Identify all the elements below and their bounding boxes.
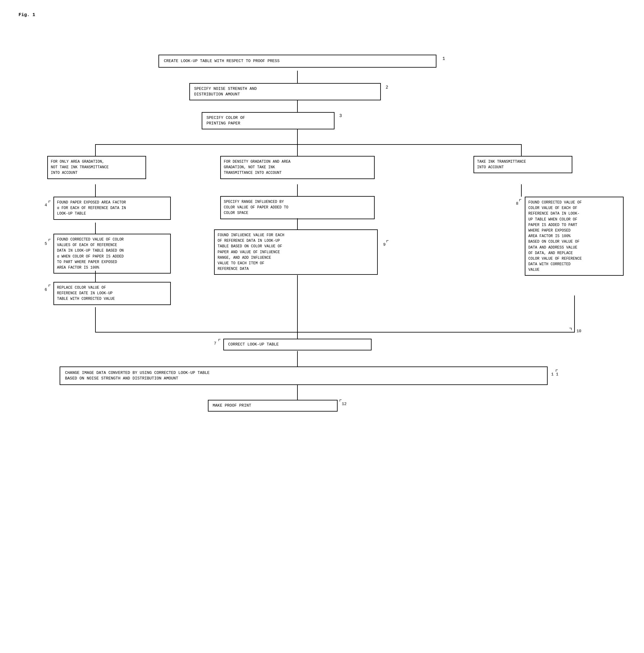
- step12-box: MAKE PROOF PRINT: [208, 400, 338, 412]
- step6-label: REPLACE COLOR VALUE OF REFERENCE DATE IN…: [57, 286, 115, 301]
- step-mid5-box: FOUND INFLUENCE VALUE FOR EACH OF REFERE…: [214, 229, 378, 275]
- num12-label: 12: [342, 402, 347, 406]
- right-header-label: TAKE INK TRANSMITTANCE INTO ACCOUNT: [477, 160, 526, 169]
- left-header-box: FOR ONLY AREA GRADATION, NOT TAKE INK TR…: [47, 156, 146, 179]
- step3-label: SPECIFY COLOR OF PRINTING PAPER: [207, 116, 245, 126]
- num7-label: 7: [214, 341, 216, 346]
- step7-box: CORRECT LOOK-UP TABLE: [223, 339, 372, 350]
- step2-label: SPECIFY NOISE STRENGTH AND DISTRIBUTION …: [194, 87, 257, 97]
- step3-box: SPECIFY COLOR OF PRINTING PAPER: [202, 112, 335, 129]
- step11-label: CHANGE IMAGE DATA CONVERTED BY USING COR…: [65, 370, 210, 381]
- step-mid4-label: SPECIFY RANGE INFLUENCED BY COLOR VALUE …: [224, 200, 288, 215]
- left-header-label: FOR ONLY AREA GRADATION, NOT TAKE INK TR…: [51, 160, 109, 175]
- num4-label: 4: [45, 203, 47, 208]
- step11-box: CHANGE IMAGE DATA CONVERTED BY USING COR…: [59, 366, 548, 385]
- num8-label: 8: [516, 201, 519, 206]
- mid-header-label: FOR DENSITY GRADATION AND AREA GRADATION…: [224, 160, 291, 175]
- num9-label: 9: [383, 242, 386, 247]
- step8-box: FOUND CORRECTED VALUE OF COLOR VALUE OF …: [525, 197, 624, 276]
- num1-label: 1: [443, 56, 445, 61]
- num2-label: 2: [386, 85, 388, 90]
- fig-label: Fig. 1: [19, 13, 625, 18]
- step5-box: FOUND CORRECTED VALUE OF COLOR VALUES OF…: [53, 234, 171, 273]
- right-header-box: TAKE INK TRANSMITTANCE INTO ACCOUNT: [474, 156, 572, 173]
- num6-label: 6: [45, 287, 47, 292]
- num5-label: 5: [45, 241, 47, 246]
- step5-label: FOUND CORRECTED VALUE OF COLOR VALUES OF…: [57, 237, 124, 270]
- mid-header-box: FOR DENSITY GRADATION AND AREA GRADATION…: [220, 156, 375, 179]
- step1-label: CREATE LOOK-UP TABLE WITH RESPECT TO PRO…: [164, 59, 280, 63]
- step4-label: FOUND PAPER EXPOSED AREA FACTOR α FOR EA…: [57, 200, 126, 216]
- step-mid5-label: FOUND INFLUENCE VALUE FOR EACH OF REFERE…: [218, 233, 284, 271]
- num3-label: 3: [339, 113, 342, 118]
- step7-label: CORRECT LOOK-UP TABLE: [228, 342, 279, 347]
- step12-label: MAKE PROOF PRINT: [213, 403, 252, 408]
- step2-box: SPECIFY NOISE STRENGTH AND DISTRIBUTION …: [189, 83, 381, 100]
- step6-box: REPLACE COLOR VALUE OF REFERENCE DATE IN…: [53, 282, 171, 305]
- step1-box: CREATE LOOK-UP TABLE WITH RESPECT TO PRO…: [159, 55, 436, 68]
- step4-box: FOUND PAPER EXPOSED AREA FACTOR α FOR EA…: [53, 197, 171, 220]
- step8-label: FOUND CORRECTED VALUE OF COLOR VALUE OF …: [528, 200, 582, 272]
- num10-label: 10: [577, 329, 581, 334]
- step-mid4-box: SPECIFY RANGE INFLUENCED BY COLOR VALUE …: [220, 196, 375, 219]
